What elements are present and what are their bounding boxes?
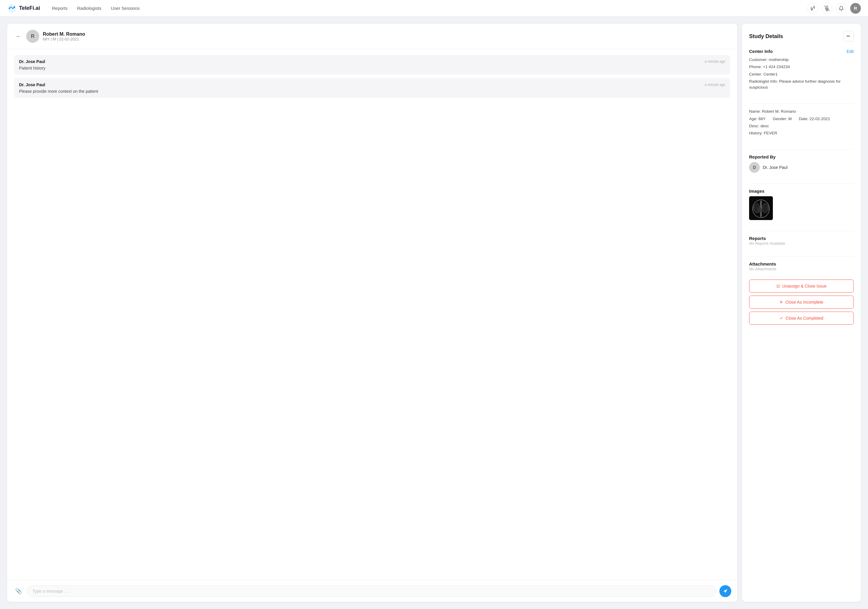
message-card: Dr. Jose Paul a minute ago Patient histo…	[14, 55, 730, 75]
back-button[interactable]: ←	[14, 32, 23, 40]
center-info-block: Center Info Edit Customer: mothership Ph…	[749, 49, 854, 92]
patient-full-name: Name: Robert M. Romano	[749, 109, 854, 115]
xray-image	[749, 196, 773, 220]
chat-messages: Dr. Jose Paul a minute ago Patient histo…	[7, 49, 737, 580]
patient-history: History: FEVER	[749, 130, 854, 136]
study-title: Study Details	[749, 33, 783, 40]
center-info-header: Center Info Edit	[749, 49, 854, 54]
message-text: Patient history	[19, 66, 725, 70]
logo[interactable]: TeleFi.ai	[7, 3, 40, 13]
doctor-row: D Dr. Jose Paul	[749, 162, 854, 173]
message-sender: Dr. Jose Paul	[19, 82, 45, 87]
logo-icon	[7, 3, 17, 13]
attachments-label: Attachments	[749, 261, 776, 266]
message-time: a minute ago	[705, 83, 725, 87]
doctor-name: Dr. Jose Paul	[763, 165, 787, 170]
message-time: a minute ago	[705, 59, 725, 64]
attachments-section: Attachments No Attachments	[749, 261, 854, 271]
message-header: Dr. Jose Paul a minute ago	[19, 82, 725, 87]
images-section: Images	[749, 188, 854, 220]
phone-info: Phone: +1 424 234234	[749, 64, 854, 70]
patient-demographics: Age: 68Y Gender: M Date: 22-02-2021	[749, 116, 854, 122]
close-incomplete-button[interactable]: ✕ Close As Incomplete	[749, 295, 854, 309]
navbar: TeleFi.ai Reports Radiologists User Sess…	[0, 0, 868, 17]
message-sender: Dr. Jose Paul	[19, 59, 45, 64]
close-completed-label: Close As Completed	[786, 316, 823, 320]
logo-text: TeleFi.ai	[19, 5, 40, 11]
customer-info: Customer: mothership	[749, 57, 854, 63]
nav-item-reports[interactable]: Reports	[52, 5, 68, 12]
images-label: Images	[749, 188, 764, 194]
reports-empty: No Reports Available	[749, 241, 854, 245]
message-text: Please provide more context on the patie…	[19, 89, 725, 94]
patient-name: Robert M. Romano	[43, 31, 85, 37]
study-details-header: Study Details ✏	[749, 31, 854, 42]
message-header: Dr. Jose Paul a minute ago	[19, 59, 725, 64]
nav-item-radiologists[interactable]: Radiologists	[77, 5, 101, 12]
reported-by-section: Reported By D Dr. Jose Paul	[749, 154, 854, 173]
close-incomplete-icon: ✕	[780, 300, 783, 304]
message-card: Dr. Jose Paul a minute ago Please provid…	[14, 78, 730, 98]
reports-section: Reports No Reports Available	[749, 236, 854, 245]
page-content: ← R Robert M. Romano 68Y | M | 22-02-202…	[0, 17, 868, 609]
radiologist-info: Radiologist Info: Please advice further …	[749, 79, 854, 91]
patient-gender: Gender: M	[773, 116, 792, 122]
patient-age: Age: 68Y	[749, 116, 766, 122]
divider	[749, 183, 854, 184]
doctor-avatar: D	[749, 162, 760, 173]
attach-button[interactable]: 📎	[13, 586, 24, 597]
notification-icon[interactable]	[836, 3, 846, 14]
unassign-icon: ⊡	[777, 284, 780, 289]
microphone-off-icon[interactable]	[822, 3, 832, 14]
center-info-edit[interactable]: Edit	[846, 49, 854, 54]
reported-by-label: Reported By	[749, 154, 775, 159]
svg-point-16	[762, 204, 768, 213]
patient-meta: 68Y | M | 22-02-2021	[43, 37, 85, 41]
chat-input-area: 📎	[7, 580, 737, 602]
navbar-actions: R	[808, 3, 861, 14]
svg-point-2	[14, 6, 15, 8]
user-avatar[interactable]: R	[850, 3, 861, 14]
svg-point-1	[9, 8, 11, 9]
svg-point-17	[757, 207, 762, 213]
patient-info-block: Name: Robert M. Romano Age: 68Y Gender: …	[749, 109, 854, 137]
action-buttons: ⊡ Unassign & Close Issue ✕ Close As Inco…	[749, 280, 854, 325]
unassign-close-button[interactable]: ⊡ Unassign & Close Issue	[749, 280, 854, 293]
unassign-label: Unassign & Close Issue	[783, 284, 827, 289]
divider	[749, 231, 854, 231]
patient-date: Date: 22-02-2021	[799, 116, 830, 122]
patient-avatar: R	[26, 30, 39, 43]
nav-item-user-sessions[interactable]: User Sessions	[111, 5, 140, 12]
send-button[interactable]	[719, 585, 731, 597]
patient-desc: Desc: desc	[749, 123, 854, 129]
phone-muted-icon[interactable]	[808, 3, 818, 14]
study-panel: Study Details ✏ Center Info Edit Custome…	[742, 24, 861, 602]
nav-links: Reports Radiologists User Sessions	[52, 5, 808, 12]
chat-header: ← R Robert M. Romano 68Y | M | 22-02-202…	[7, 24, 737, 49]
send-icon	[723, 589, 728, 593]
attachments-empty: No Attachments	[749, 267, 854, 271]
center-info-label: Center Info	[749, 49, 773, 54]
close-completed-icon: ✓	[780, 316, 783, 320]
reports-label: Reports	[749, 236, 766, 241]
study-edit-button[interactable]: ✏	[843, 31, 854, 42]
chat-panel: ← R Robert M. Romano 68Y | M | 22-02-202…	[7, 24, 737, 602]
message-input[interactable]	[27, 586, 716, 597]
close-incomplete-label: Close As Incomplete	[785, 300, 823, 304]
center-name: Center: Center1	[749, 71, 854, 77]
patient-info: Robert M. Romano 68Y | M | 22-02-2021	[43, 31, 85, 41]
close-completed-button[interactable]: ✓ Close As Completed	[749, 312, 854, 325]
xray-thumbnail[interactable]	[749, 196, 773, 220]
